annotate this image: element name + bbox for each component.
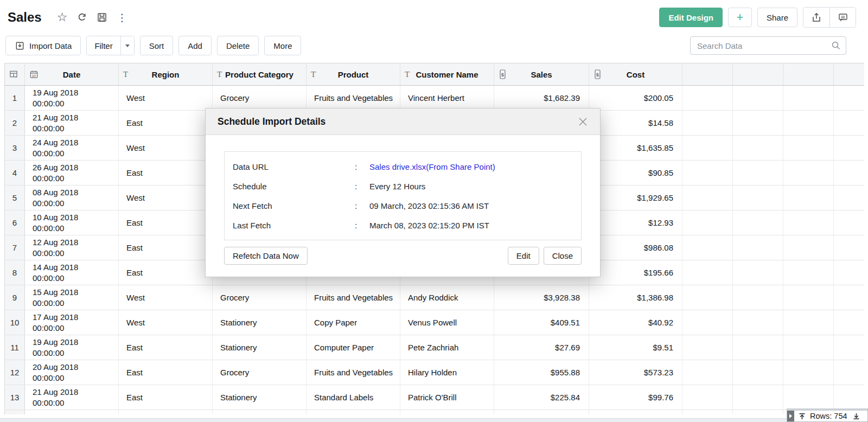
cell-empty[interactable] (119, 410, 213, 414)
cell-sales[interactable]: $409.51 (494, 310, 589, 335)
cell-empty[interactable] (733, 86, 783, 111)
cell-empty[interactable] (783, 385, 834, 410)
cell-empty[interactable] (834, 285, 865, 310)
cell-empty[interactable] (834, 335, 865, 360)
cell-date[interactable]: 15 Aug 201800:00:00 (25, 285, 119, 310)
cell-empty[interactable] (834, 310, 865, 335)
cell-empty[interactable] (682, 260, 733, 285)
cell-empty[interactable] (834, 210, 865, 235)
cell-row-number[interactable]: 3 (5, 136, 25, 161)
cell-row-number[interactable]: 5 (5, 186, 25, 210)
cell-empty[interactable] (589, 410, 682, 414)
cell-empty[interactable] (733, 111, 783, 136)
cell-cost[interactable]: $986.08 (589, 235, 682, 260)
cell-region[interactable]: East (119, 260, 213, 285)
cell-empty[interactable] (834, 136, 865, 161)
cell-sales[interactable]: $955.88 (494, 360, 589, 385)
sort-button[interactable]: Sort (140, 36, 174, 55)
cell-cost[interactable]: $9.51 (589, 335, 682, 360)
cell-empty[interactable] (783, 235, 834, 260)
cell-region[interactable]: East (119, 335, 213, 360)
cell-date[interactable]: 17 Aug 201800:00:00 (25, 310, 119, 335)
cell-product[interactable]: Fruits and Vegetables (307, 360, 400, 385)
cell-empty[interactable] (682, 136, 733, 161)
cell-empty[interactable] (733, 210, 783, 235)
export-icon[interactable] (803, 8, 829, 27)
cell-empty[interactable] (783, 310, 834, 335)
cell-empty[interactable] (682, 335, 733, 360)
cell-empty[interactable] (733, 310, 783, 335)
cell-empty[interactable] (682, 410, 733, 414)
close-button[interactable]: Close (544, 247, 582, 265)
cell-empty[interactable] (783, 360, 834, 385)
cell-sales[interactable]: $225.84 (494, 385, 589, 410)
column-header-product[interactable]: TProduct (307, 63, 400, 86)
cell-cost[interactable]: $40.92 (589, 310, 682, 335)
add-new-button[interactable]: + (728, 8, 752, 27)
cell-date[interactable]: 21 Aug 201800:00:00 (25, 111, 119, 136)
import-data-button[interactable]: Import Data (5, 36, 81, 55)
cell-product[interactable]: Copy Paper (307, 310, 400, 335)
cell-cost[interactable]: $200.05 (589, 86, 682, 111)
cell-region[interactable]: East (119, 385, 213, 410)
cell-row-number[interactable]: 4 (5, 161, 25, 186)
cell-customer-name[interactable]: Venus Powell (400, 310, 494, 335)
cell-product[interactable]: Computer Paper (307, 335, 400, 360)
share-button[interactable]: Share (757, 8, 797, 27)
cell-date[interactable]: 19 Aug 201800:00:00 (25, 335, 119, 360)
favorite-star-icon[interactable]: ☆ (57, 11, 68, 23)
cell-row-number[interactable]: 2 (5, 111, 25, 136)
cell-empty[interactable] (307, 410, 400, 414)
delete-button[interactable]: Delete (217, 36, 259, 55)
cell-empty[interactable] (682, 86, 733, 111)
cell-empty[interactable] (682, 161, 733, 186)
cell-empty[interactable] (783, 260, 834, 285)
cell-row-number[interactable] (5, 410, 25, 414)
cell-date[interactable]: 14 Aug 201800:00:00 (25, 260, 119, 285)
cell-region[interactable]: East (119, 235, 213, 260)
column-header-empty[interactable] (682, 63, 733, 86)
cell-product-category[interactable]: Stationery (213, 385, 307, 410)
refresh-icon[interactable] (76, 12, 87, 23)
column-header-cost[interactable]: $Cost (589, 63, 682, 86)
horizontal-scrollbar[interactable] (0, 418, 868, 422)
cell-customer-name[interactable]: Vincent Herbert (400, 86, 494, 111)
column-header-empty[interactable] (834, 63, 865, 86)
cell-region[interactable]: West (119, 186, 213, 210)
cell-empty[interactable] (733, 410, 783, 414)
cell-empty[interactable] (733, 136, 783, 161)
cell-date[interactable]: 19 Aug 201800:00:00 (25, 86, 119, 111)
cell-empty[interactable] (834, 260, 865, 285)
cell-sales[interactable]: $3,928.38 (494, 285, 589, 310)
column-header-region[interactable]: TRegion (119, 63, 213, 86)
save-icon[interactable] (97, 12, 107, 23)
expand-panel-handle[interactable] (787, 411, 794, 421)
cell-empty[interactable] (783, 86, 834, 111)
cell-product-category[interactable]: Grocery (213, 86, 307, 111)
cell-row-number[interactable]: 10 (5, 310, 25, 335)
cell-empty[interactable] (783, 335, 834, 360)
column-header-date[interactable]: 17Date (25, 63, 119, 86)
cell-empty[interactable] (682, 285, 733, 310)
cell-row-number[interactable]: 13 (5, 385, 25, 410)
cell-date[interactable]: 24 Aug 201800:00:00 (25, 136, 119, 161)
scroll-to-bottom-icon[interactable] (852, 412, 860, 420)
cell-empty[interactable] (400, 410, 494, 414)
cell-region[interactable]: West (119, 285, 213, 310)
add-button[interactable]: Add (178, 36, 212, 55)
cell-date[interactable]: 08 Aug 201800:00:00 (25, 186, 119, 210)
cell-empty[interactable] (682, 310, 733, 335)
column-header-sales[interactable]: $Sales (494, 63, 589, 86)
comments-icon[interactable] (829, 8, 856, 27)
cell-row-number[interactable]: 11 (5, 335, 25, 360)
cell-empty[interactable] (733, 335, 783, 360)
column-header-empty[interactable] (733, 63, 783, 86)
search-input[interactable] (690, 36, 846, 55)
cell-product-category[interactable]: Stationery (213, 335, 307, 360)
cell-empty[interactable] (682, 360, 733, 385)
cell-empty[interactable] (682, 186, 733, 210)
cell-cost[interactable]: $1,635.85 (589, 136, 682, 161)
edit-button[interactable]: Edit (508, 247, 539, 265)
cell-empty[interactable] (834, 161, 865, 186)
filter-dropdown-button[interactable] (120, 36, 134, 55)
